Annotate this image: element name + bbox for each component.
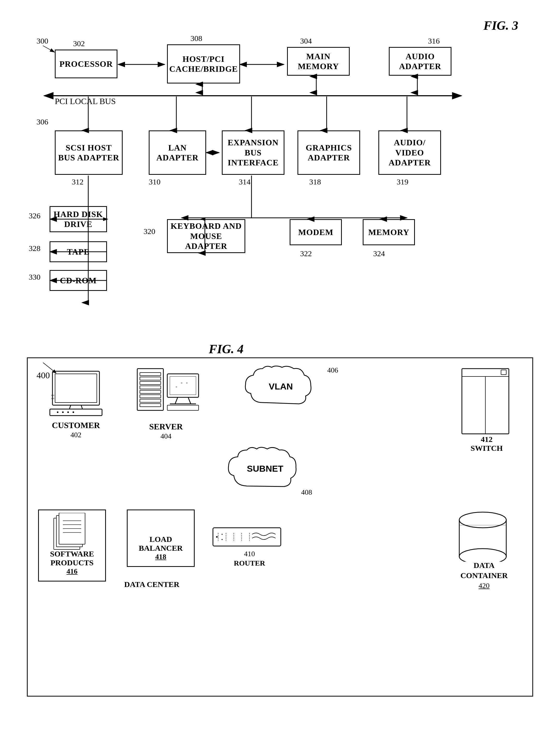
expansion-bus-box: EXPANSION BUS INTERFACE xyxy=(222,131,284,175)
svg-point-87 xyxy=(459,512,506,528)
data-container-icon xyxy=(454,504,511,562)
ref-316: 316 xyxy=(428,37,440,45)
ref-322: 322 xyxy=(300,249,312,258)
ref-416: 416 xyxy=(67,567,78,575)
svg-point-85 xyxy=(222,539,223,540)
svg-rect-60 xyxy=(167,405,199,410)
subnet-cloud-icon: SUBNET xyxy=(226,444,309,496)
software-label: SOFTWARE PRODUCTS xyxy=(50,549,94,567)
server-group: SERVER 404 xyxy=(127,366,205,440)
ref-306: 306 xyxy=(37,117,48,126)
ref-420: 420 xyxy=(454,581,514,590)
ref-318: 318 xyxy=(309,177,321,186)
page: FIG. 3 300 PROCESSOR 302 HOST/PCI CACHE/… xyxy=(0,0,560,731)
ref-320-label: 320 xyxy=(144,227,155,236)
ref-326: 326 xyxy=(29,211,40,220)
tape-box: TAPE xyxy=(50,241,107,262)
graphics-adapter-box: GRAPHICS ADAPTER xyxy=(297,131,360,175)
switch-label: SWITCH xyxy=(457,444,517,453)
ref-406: 406 xyxy=(327,366,338,374)
svg-text:SUBNET: SUBNET xyxy=(247,463,283,473)
fig4-section: FIG. 4 400 xyxy=(21,358,539,697)
ref-402: 402 xyxy=(43,431,109,439)
customer-label: CUSTOMER xyxy=(43,420,109,430)
server-icon xyxy=(129,366,202,421)
scsi-host-box: SCSI HOST BUS ADAPTER xyxy=(55,131,123,175)
ref-408: 408 xyxy=(301,488,312,496)
ref-418: 418 xyxy=(155,552,166,561)
host-pci-box: HOST/PCI CACHE/BRIDGE xyxy=(167,44,240,84)
main-memory-box: MAIN MEMORY xyxy=(287,47,350,76)
software-products-box: SOFTWARE PRODUCTS 416 xyxy=(38,509,106,581)
svg-line-57 xyxy=(175,397,178,404)
svg-point-84 xyxy=(222,534,223,535)
svg-point-83 xyxy=(216,536,218,538)
processor-box: PROCESSOR xyxy=(55,50,117,78)
svg-point-62 xyxy=(186,382,188,384)
ref-308: 308 xyxy=(190,34,202,43)
svg-point-42 xyxy=(67,411,69,413)
router-group: 410 ROUTER xyxy=(210,520,289,567)
load-balancer-group: LOAD BALANCER 418 xyxy=(127,509,195,567)
pci-bus-label: PCI LOCAL BUS xyxy=(55,97,116,106)
lan-adapter-box: LAN ADAPTER xyxy=(149,131,206,175)
load-balancer-label: LOAD BALANCER xyxy=(139,535,183,552)
ref-312: 312 xyxy=(72,177,84,186)
data-container-group: DATA CONTAINER 420 xyxy=(454,504,514,590)
svg-text:VLAN: VLAN xyxy=(269,381,293,391)
switch-group: 412 SWITCH xyxy=(457,366,517,453)
svg-point-41 xyxy=(62,411,64,413)
software-icon xyxy=(49,513,96,552)
server-label: SERVER xyxy=(127,422,205,431)
router-label: ROUTER xyxy=(210,559,289,567)
software-products-group: SOFTWARE PRODUCTS 416 xyxy=(38,509,106,581)
ref-310: 310 xyxy=(149,177,160,186)
svg-point-61 xyxy=(181,382,182,384)
ref-302: 302 xyxy=(73,39,85,48)
svg-point-63 xyxy=(176,386,177,388)
svg-rect-46 xyxy=(137,368,163,410)
ref-328: 328 xyxy=(29,244,40,253)
cd-rom-box: CD-ROM xyxy=(50,270,107,291)
svg-point-43 xyxy=(73,411,74,413)
ref-404: 404 xyxy=(127,432,205,440)
svg-rect-45 xyxy=(51,398,54,399)
vlan-cloud: VLAN 406 xyxy=(242,364,325,421)
svg-rect-56 xyxy=(170,376,196,395)
router-icon xyxy=(210,520,283,551)
svg-point-40 xyxy=(57,411,58,413)
hard-disk-box: HARD DISK DRIVE xyxy=(50,206,107,232)
audio-video-box: AUDIO/ VIDEO ADAPTER xyxy=(378,131,441,175)
memory-box: MEMORY xyxy=(363,219,415,245)
subnet-cloud: SUBNET 408 xyxy=(226,444,309,502)
svg-line-91 xyxy=(43,363,56,373)
ref-330: 330 xyxy=(29,273,40,282)
ref-314: 314 xyxy=(239,177,251,186)
ref-324: 324 xyxy=(373,249,385,258)
switch-icon xyxy=(457,366,514,439)
keyboard-mouse-box: KEYBOARD AND MOUSE ADAPTER xyxy=(167,219,245,253)
svg-point-88 xyxy=(459,549,506,562)
svg-rect-44 xyxy=(51,395,54,396)
vlan-cloud-icon: VLAN xyxy=(242,364,325,413)
data-center-label: DATA CENTER xyxy=(124,580,179,589)
data-container-label: DATA CONTAINER xyxy=(454,560,514,580)
modem-box: MODEM xyxy=(290,219,342,245)
audio-adapter-box: AUDIO ADAPTER xyxy=(389,47,451,76)
fig3-title: FIG. 3 xyxy=(484,18,518,33)
svg-line-58 xyxy=(188,397,191,404)
fig3-diagram: FIG. 3 300 PROCESSOR 302 HOST/PCI CACHE/… xyxy=(21,16,539,342)
fig4-border: CUSTOMER 402 xyxy=(27,358,533,697)
ref-319: 319 xyxy=(397,177,408,186)
load-balancer-box: LOAD BALANCER 418 xyxy=(127,509,195,567)
svg-line-5 xyxy=(43,46,55,52)
ref-300: 300 xyxy=(37,37,48,45)
ref-400-arrow xyxy=(35,358,67,381)
ref-304: 304 xyxy=(300,37,312,45)
fig4-title: FIG. 4 xyxy=(209,342,243,356)
